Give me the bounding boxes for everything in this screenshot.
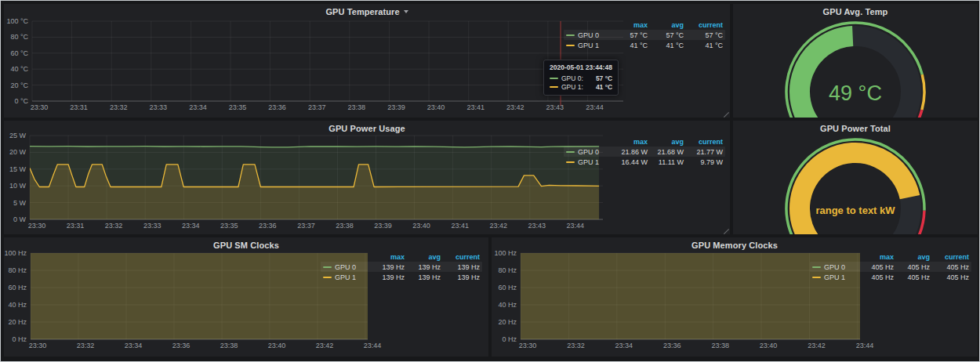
legend-header-avg[interactable]: avg: [648, 21, 684, 29]
legend-header-row: maxavgcurrent: [564, 136, 725, 147]
svg-text:23:40: 23:40: [760, 342, 778, 349]
legend-header-max[interactable]: max: [612, 21, 648, 29]
panel-title-gpu-temperature[interactable]: GPU Temperature: [4, 4, 730, 19]
svg-text:23:41: 23:41: [451, 222, 469, 230]
legend-header-current[interactable]: current: [684, 21, 723, 29]
series-color-dash-icon: [323, 266, 332, 268]
graph-tooltip: 2020-05-01 23:44:48 GPU 0:57 °CGPU 1:41 …: [543, 60, 619, 96]
legend-header-avg[interactable]: avg: [405, 253, 441, 261]
legend-header-avg[interactable]: avg: [894, 253, 930, 261]
svg-text:60 °C: 60 °C: [10, 49, 28, 57]
legend-stat-avg: 11.11 W: [648, 158, 684, 166]
svg-text:23:40: 23:40: [412, 222, 430, 230]
panel-gpu-sm-clocks: GPU SM Clocks 0 Hz20 Hz40 Hz60 Hz80 Hz10…: [4, 237, 488, 357]
svg-text:23:40: 23:40: [427, 103, 445, 111]
svg-text:23:41: 23:41: [466, 103, 485, 111]
legend-row: GPU 0139 Hz139 Hz139 Hz: [321, 262, 482, 272]
legend-series-toggle[interactable]: GPU 1: [812, 273, 858, 281]
panel-gpu-avg-temp: GPU Avg. Temp 49 °C: [733, 4, 978, 118]
legend-header-max[interactable]: max: [368, 253, 405, 261]
series-color-dash-icon: [812, 266, 821, 268]
svg-text:80 Hz: 80 Hz: [498, 266, 517, 274]
memory-clocks-legend: maxavgcurrentGPU 0405 Hz405 Hz405 HzGPU …: [810, 252, 971, 282]
svg-text:0 °C: 0 °C: [14, 97, 28, 105]
series-color-dash-icon: [566, 34, 575, 36]
panel-title-gpu-avg-temp[interactable]: GPU Avg. Temp: [733, 4, 978, 19]
gauge-value-text: 49 °C: [829, 81, 882, 105]
svg-text:23:30: 23:30: [31, 103, 49, 111]
legend-stat-max: 41 °C: [612, 42, 648, 49]
legend-series-toggle[interactable]: GPU 1: [566, 158, 612, 166]
legend-series-toggle[interactable]: GPU 0: [323, 263, 368, 271]
svg-text:40 Hz: 40 Hz: [498, 301, 517, 309]
svg-text:23:32: 23:32: [77, 342, 95, 349]
legend-header-current[interactable]: current: [441, 253, 480, 261]
sm-clocks-legend: maxavgcurrentGPU 0139 Hz139 Hz139 HzGPU …: [321, 252, 482, 282]
legend-series-toggle[interactable]: GPU 0: [566, 148, 612, 156]
tooltip-series-name: GPU 0:: [561, 74, 583, 82]
power-usage-legend: maxavgcurrentGPU 021.86 W21.68 W21.77 WG…: [564, 136, 725, 167]
legend-series-name: GPU 1: [578, 158, 599, 166]
tooltip-series-value: 41 °C: [586, 83, 612, 91]
svg-text:23:36: 23:36: [268, 103, 286, 111]
svg-text:40 °C: 40 °C: [10, 65, 28, 73]
panel-gpu-memory-clocks: GPU Memory Clocks 0 Hz20 Hz40 Hz60 Hz80 …: [492, 237, 978, 357]
legend-stat-max: 405 Hz: [858, 273, 894, 281]
legend-stat-avg: 21.68 W: [648, 148, 684, 156]
legend-series-name: GPU 1: [335, 273, 356, 281]
dashboard-row-2: GPU Power Usage 0 W5 W10 W15 W20 W25 W23…: [4, 121, 976, 234]
panel-title-gpu-sm-clocks[interactable]: GPU SM Clocks: [4, 237, 488, 252]
legend-header-avg[interactable]: avg: [648, 138, 684, 146]
svg-text:23:42: 23:42: [489, 222, 507, 230]
svg-text:80 Hz: 80 Hz: [8, 266, 27, 274]
svg-text:23:32: 23:32: [110, 103, 128, 111]
legend-series-name: GPU 0: [335, 263, 356, 271]
legend-stat-current: 57 °C: [684, 31, 723, 39]
dashboard: GPU Temperature 0 °C20 °C40 °C60 °C80 °C…: [1, 1, 979, 360]
svg-text:60 Hz: 60 Hz: [498, 284, 517, 291]
svg-text:23:33: 23:33: [150, 103, 168, 111]
dashboard-row-3: GPU SM Clocks 0 Hz20 Hz40 Hz60 Hz80 Hz10…: [4, 237, 976, 357]
legend-row: GPU 0405 Hz405 Hz405 Hz: [810, 262, 971, 272]
legend-series-toggle[interactable]: GPU 0: [566, 31, 612, 39]
svg-text:23:42: 23:42: [506, 103, 524, 111]
legend-series-toggle[interactable]: GPU 1: [566, 42, 612, 49]
svg-text:23:35: 23:35: [229, 103, 247, 111]
svg-text:23:34: 23:34: [182, 222, 200, 230]
legend-row: GPU 057 °C57 °C57 °C: [564, 30, 725, 40]
svg-text:23:44: 23:44: [364, 342, 382, 349]
legend-series-toggle[interactable]: GPU 1: [323, 273, 368, 281]
panel-title-gpu-memory-clocks[interactable]: GPU Memory Clocks: [492, 237, 978, 252]
legend-header-max[interactable]: max: [612, 138, 648, 146]
svg-text:23:38: 23:38: [711, 342, 729, 349]
legend-row: GPU 1139 Hz139 Hz139 Hz: [321, 272, 482, 282]
panel-title-text: GPU Temperature: [325, 7, 399, 16]
legend-header-max[interactable]: max: [858, 253, 894, 261]
svg-text:23:32: 23:32: [105, 222, 123, 230]
svg-text:80 °C: 80 °C: [10, 33, 28, 41]
svg-text:23:34: 23:34: [189, 103, 207, 111]
legend-row: GPU 141 °C41 °C41 °C: [564, 40, 725, 50]
legend-stat-current: 9.79 W: [684, 158, 723, 166]
svg-text:23:31: 23:31: [67, 222, 85, 230]
legend-header-current[interactable]: current: [930, 253, 969, 261]
legend-stat-avg: 41 °C: [648, 42, 684, 49]
legend-series-toggle[interactable]: GPU 0: [812, 263, 858, 271]
panel-gpu-temperature: GPU Temperature 0 °C20 °C40 °C60 °C80 °C…: [4, 4, 730, 118]
panel-title-gpu-power-total[interactable]: GPU Power Total: [733, 121, 978, 136]
svg-text:23:30: 23:30: [519, 342, 537, 349]
svg-text:23:36: 23:36: [172, 342, 191, 349]
svg-text:5 W: 5 W: [13, 199, 27, 207]
tooltip-series-name: GPU 1:: [561, 83, 583, 91]
legend-header-row: maxavgcurrent: [564, 20, 725, 30]
chevron-down-icon: [404, 10, 408, 13]
legend-header-current[interactable]: current: [684, 138, 723, 146]
series-color-dash-icon: [566, 45, 575, 46]
panel-title-gpu-power-usage[interactable]: GPU Power Usage: [4, 121, 730, 136]
legend-row: GPU 021.86 W21.68 W21.77 W: [564, 147, 725, 157]
svg-text:20 °C: 20 °C: [10, 81, 28, 89]
svg-text:23:38: 23:38: [336, 222, 354, 230]
panel-title-text: GPU Avg. Temp: [823, 7, 888, 16]
panel-title-text: GPU Memory Clocks: [691, 241, 778, 250]
svg-text:23:44: 23:44: [856, 342, 874, 349]
